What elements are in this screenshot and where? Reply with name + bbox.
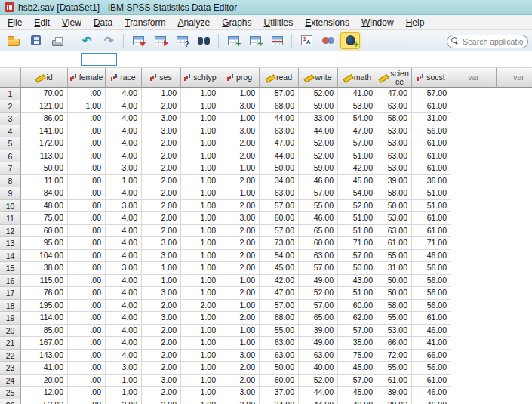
cell[interactable]: 43.00	[338, 275, 377, 288]
cell[interactable]: 53.00	[338, 100, 377, 113]
menu-utilities[interactable]: Utilities	[258, 15, 300, 29]
cell[interactable]: 73.00	[260, 237, 299, 250]
cell[interactable]: 2.00	[142, 225, 181, 238]
undo-button[interactable]: ↶	[77, 32, 97, 49]
cell[interactable]	[497, 175, 532, 188]
cell[interactable]: 41.00	[21, 362, 68, 375]
cell[interactable]: 75.00	[338, 350, 377, 362]
cell[interactable]: 2.00	[142, 387, 181, 399]
row-number[interactable]: 26	[0, 399, 21, 404]
cell[interactable]: 61.00	[412, 162, 451, 175]
row-number[interactable]: 4	[0, 125, 21, 138]
cell[interactable]: 3.00	[220, 350, 260, 362]
cell[interactable]: 1.00	[181, 362, 220, 375]
cell[interactable]: 61.00	[377, 375, 412, 387]
cell[interactable]: 63.00	[299, 250, 338, 263]
cell[interactable]: 57.00	[299, 262, 338, 275]
cell[interactable]: 3.00	[220, 387, 260, 399]
cell[interactable]: 39.00	[377, 175, 412, 188]
cell[interactable]: 3.00	[106, 162, 142, 175]
cell[interactable]: 4.00	[106, 337, 142, 350]
split-file-button[interactable]	[267, 32, 287, 49]
cell[interactable]: 1.00	[181, 312, 220, 325]
cell[interactable]: 2.00	[220, 137, 260, 150]
cell[interactable]: 68.00	[260, 312, 299, 325]
cell[interactable]	[497, 187, 532, 200]
cell[interactable]: 2.00	[220, 175, 260, 188]
cell[interactable]: 50.00	[21, 162, 68, 175]
column-header-ses[interactable]: ses	[142, 68, 181, 88]
search-input[interactable]	[447, 35, 528, 48]
cell[interactable]: 4.00	[106, 137, 142, 150]
cell[interactable]: 54.00	[260, 250, 299, 263]
cell[interactable]: 60.00	[299, 237, 338, 250]
cell[interactable]: 1.00	[220, 88, 260, 100]
cell[interactable]: 58.00	[377, 300, 412, 313]
row-number[interactable]: 16	[0, 275, 21, 288]
cell[interactable]	[451, 337, 497, 350]
cell[interactable]: 113.00	[21, 150, 68, 163]
cell[interactable]: 56.00	[412, 125, 451, 138]
cell[interactable]: 39.00	[377, 399, 412, 404]
cell[interactable]: 84.00	[21, 187, 68, 200]
cell[interactable]: 35.00	[338, 337, 377, 350]
cell[interactable]	[497, 325, 532, 338]
cell[interactable]: 57.00	[412, 88, 451, 100]
cell[interactable]: 53.00	[377, 137, 412, 150]
cell[interactable]: 1.00	[220, 162, 260, 175]
cell[interactable]: 1.00	[181, 113, 220, 125]
cell[interactable]: 1.00	[181, 88, 220, 100]
cell[interactable]: 1.00	[181, 399, 220, 404]
cell[interactable]: 2.00	[220, 225, 260, 238]
cell[interactable]: .00	[68, 200, 106, 213]
cell[interactable]	[451, 275, 497, 288]
menu-analyze[interactable]: Analyze	[171, 15, 216, 29]
cell[interactable]: 46.00	[299, 212, 338, 225]
cell[interactable]: 2.00	[181, 300, 220, 313]
menu-file[interactable]: File	[2, 15, 28, 29]
cell[interactable]: 57.00	[338, 375, 377, 387]
cell[interactable]: 2.00	[142, 150, 181, 163]
cell[interactable]: 55.00	[299, 200, 338, 213]
cell[interactable]: 49.00	[299, 275, 338, 288]
cell[interactable]: 12.00	[21, 387, 68, 399]
cell[interactable]	[451, 200, 497, 213]
cell[interactable]	[451, 150, 497, 163]
cell[interactable]	[451, 262, 497, 275]
cell[interactable]: 4.00	[106, 88, 142, 100]
cell[interactable]: 3.00	[142, 287, 181, 300]
cell[interactable]: 57.00	[299, 187, 338, 200]
cell[interactable]: 65.00	[299, 225, 338, 238]
cell[interactable]: 4.00	[106, 300, 142, 313]
row-number[interactable]: 24	[0, 375, 21, 387]
cell[interactable]: 65.00	[299, 312, 338, 325]
cell[interactable]: 1.00	[220, 300, 260, 313]
cell[interactable]: 1.00	[181, 187, 220, 200]
cell[interactable]: 1.00	[181, 250, 220, 263]
menu-edit[interactable]: Edit	[28, 15, 56, 29]
cell[interactable]: 52.00	[299, 88, 338, 100]
cell[interactable]	[497, 262, 532, 275]
value-labels-button[interactable]	[297, 32, 316, 49]
redo-button[interactable]: ↷	[99, 32, 118, 49]
cell[interactable]: 55.00	[377, 250, 412, 263]
cell[interactable]	[497, 312, 532, 325]
row-number[interactable]: 13	[0, 237, 21, 250]
cell[interactable]	[497, 212, 532, 225]
cell[interactable]	[451, 362, 497, 375]
cell[interactable]: 51.00	[338, 225, 377, 238]
cell[interactable]: 53.00	[377, 212, 412, 225]
cell[interactable]: 1.00	[181, 275, 220, 288]
cell[interactable]	[451, 137, 497, 150]
row-number[interactable]: 2	[0, 100, 21, 113]
cell[interactable]: 61.00	[412, 100, 451, 113]
cell[interactable]: 31.00	[412, 113, 451, 125]
cell[interactable]: 42.00	[260, 275, 299, 288]
cell[interactable]: .00	[68, 375, 106, 387]
row-number[interactable]: 14	[0, 250, 21, 263]
cell[interactable]: 52.00	[299, 287, 338, 300]
cell[interactable]: 1.00	[181, 262, 220, 275]
cell[interactable]: 68.00	[260, 100, 299, 113]
cell[interactable]: .00	[68, 187, 106, 200]
cell[interactable]: 4.00	[106, 237, 142, 250]
